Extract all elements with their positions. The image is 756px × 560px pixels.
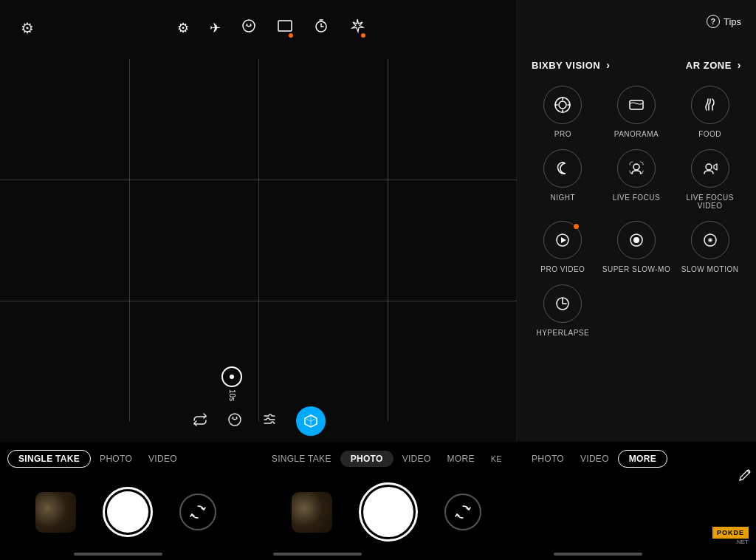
shutter-button-main[interactable]: [359, 482, 418, 542]
mode-pro[interactable]: PRO: [528, 86, 598, 138]
aspect-ratio-icon[interactable]: [277, 18, 293, 38]
grid-line-v1: [129, 59, 130, 421]
bixby-vision-label: BIXBY VISION: [532, 60, 600, 71]
mode-tabs-left: SINGLE TAKE PHOTO VIDEO SINGLE TAKE PHOT…: [0, 442, 517, 475]
timer-icon-top[interactable]: [314, 18, 329, 37]
home-indicator-center: [273, 553, 362, 556]
tab-video-center[interactable]: VIDEO: [395, 450, 439, 468]
ar-zone-chevron-icon: ›: [738, 59, 741, 71]
tab-photo-left[interactable]: PHOTO: [92, 450, 140, 468]
svg-point-13: [633, 237, 639, 243]
mode-pro-video[interactable]: PRO VIDEO: [528, 221, 598, 273]
toolbar-center-icons: ⚙ ✈: [40, 18, 502, 38]
tab-single-take[interactable]: SINGLE TAKE: [7, 450, 91, 468]
night-icon: [543, 149, 582, 188]
top-toolbar: ⚙ ⚙ ✈: [0, 0, 517, 55]
svg-point-9: [706, 164, 712, 170]
bixby-vision-btn[interactable]: BIXBY VISION ›: [532, 59, 610, 71]
grid-line-v3: [388, 59, 388, 421]
svg-rect-7: [630, 100, 643, 109]
watermark-net: .NET: [712, 539, 749, 545]
share-icon[interactable]: [192, 412, 208, 431]
svg-point-2: [250, 24, 251, 25]
ar-active-icon[interactable]: [296, 406, 326, 436]
super-slow-mo-icon: [617, 221, 656, 259]
timer-indicator: 10s: [221, 366, 242, 401]
gallery-thumb-inner-left: [35, 492, 76, 533]
mode-panorama[interactable]: PANORAMA: [602, 86, 672, 138]
effects-dot: [361, 33, 365, 38]
food-label: FOOD: [698, 130, 721, 138]
flip-camera-left[interactable]: [179, 494, 216, 530]
svg-point-19: [232, 417, 233, 418]
timer-dot: [230, 375, 234, 379]
svg-point-16: [709, 239, 711, 242]
panorama-icon: [617, 86, 656, 124]
night-label: NIGHT: [551, 194, 576, 202]
ar-zone-label: AR ZONE: [686, 60, 732, 71]
shutter-inner-main: [363, 487, 413, 537]
bottom-bar: SINGLE TAKE PHOTO VIDEO SINGLE TAKE PHOT…: [0, 442, 517, 560]
watermark: POKDE .NET: [712, 527, 749, 545]
live-focus-video-icon: [691, 149, 729, 188]
svg-rect-3: [278, 21, 292, 31]
settings-icon[interactable]: ⚙: [15, 13, 40, 43]
tab-single-take-center[interactable]: SINGLE TAKE: [264, 450, 339, 468]
tips-button[interactable]: ? Tips: [707, 15, 741, 28]
tab-more-center[interactable]: MORE: [440, 450, 482, 468]
tab-more-right[interactable]: MORE: [618, 450, 667, 468]
tab-photo-right[interactable]: PHOTO: [524, 450, 571, 468]
tab-photo-center[interactable]: PHOTO: [340, 451, 394, 467]
hyperlapse-label: HYPERLAPSE: [536, 329, 589, 337]
svg-marker-11: [561, 237, 566, 243]
gallery-thumbnail-center[interactable]: [292, 492, 332, 533]
watermark-pokde: POKDE: [712, 527, 749, 539]
pro-label: PRO: [554, 130, 571, 138]
tips-label: Tips: [724, 16, 741, 27]
sticker-icon[interactable]: [227, 412, 243, 431]
pro-video-label: PRO VIDEO: [540, 265, 585, 273]
pro-video-icon: [543, 221, 582, 259]
panel-header: BIXBY VISION › AR ZONE ›: [524, 59, 749, 71]
mode-slow-motion[interactable]: SLOW MOTION: [675, 221, 745, 273]
mode-live-focus-video[interactable]: LIVE FOCUS VIDEO: [675, 149, 745, 210]
pro-icon: [543, 86, 582, 124]
shutter-inner-left: [107, 491, 148, 533]
mode-super-slow-mo[interactable]: SUPER SLOW-MO: [602, 221, 672, 273]
timer-value: 10s: [228, 389, 236, 401]
mode-grid: PRO PANORAMA FOOD: [524, 86, 749, 337]
settings-alt-icon[interactable]: ⚙: [177, 20, 189, 36]
home-indicator-left: [74, 553, 162, 556]
mode-live-focus[interactable]: LIVE FOCUS: [602, 149, 672, 210]
grid-overlay: [0, 59, 517, 421]
hyperlapse-icon: [543, 284, 582, 323]
edit-pencil-icon[interactable]: [738, 468, 752, 486]
overlay-icons: [0, 406, 517, 436]
mode-hyperlapse[interactable]: HYPERLAPSE: [528, 284, 598, 337]
shutter-button-left[interactable]: [103, 487, 153, 537]
live-focus-icon: [617, 149, 656, 188]
slow-motion-icon: [691, 221, 729, 259]
effects-icon[interactable]: [349, 18, 365, 38]
airplane-icon[interactable]: ✈: [210, 20, 221, 36]
flip-camera-center[interactable]: [444, 494, 481, 530]
gallery-thumbnail-left[interactable]: [35, 492, 76, 533]
camera-controls: [0, 475, 517, 549]
tab-video-right[interactable]: VIDEO: [573, 450, 616, 468]
mode-food[interactable]: FOOD: [675, 86, 745, 138]
svg-point-8: [633, 164, 639, 170]
timer-ring: [221, 366, 242, 387]
food-icon: [691, 86, 729, 124]
right-mode-tabs: PHOTO VIDEO MORE: [517, 442, 756, 475]
gallery-thumb-inner-center: [292, 492, 332, 533]
filter-icon[interactable]: [261, 412, 278, 431]
mode-night[interactable]: NIGHT: [528, 149, 598, 210]
live-focus-video-label: LIVE FOCUS VIDEO: [675, 194, 745, 210]
tab-ke[interactable]: KE: [484, 451, 509, 467]
svg-point-20: [236, 417, 237, 418]
ar-emoji-icon[interactable]: [241, 18, 256, 37]
live-focus-label: LIVE FOCUS: [613, 194, 660, 202]
ar-zone-btn[interactable]: AR ZONE ›: [686, 59, 741, 71]
tab-video-left[interactable]: VIDEO: [141, 450, 185, 468]
tips-icon: ?: [707, 15, 720, 28]
